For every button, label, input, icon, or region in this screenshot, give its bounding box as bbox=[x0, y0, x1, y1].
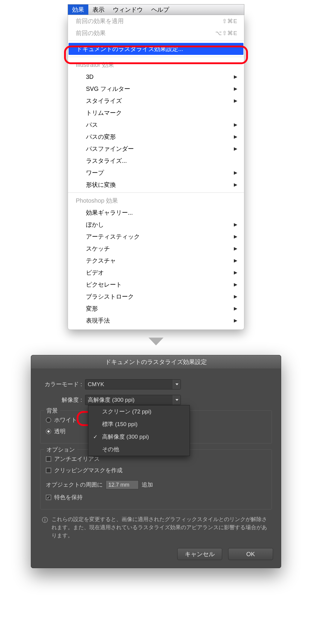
submenu-arrow-icon: ▶ bbox=[234, 246, 237, 251]
menu-item-label: スケッチ bbox=[86, 245, 231, 253]
effects-menu-body: 前回の効果を適用 ⇧⌘E 前回の効果 ⌥⇧⌘E ドキュメントのラスタライズ効果設… bbox=[68, 15, 244, 330]
menu-item-label: アーティスティック bbox=[86, 233, 231, 241]
menu-item[interactable]: アーティスティック▶ bbox=[68, 231, 244, 243]
separator bbox=[68, 41, 244, 41]
menu-item-label: ドキュメントのラスタライズ効果設定... bbox=[76, 45, 237, 53]
margin-label-post: 追加 bbox=[142, 481, 153, 489]
menu-item-label: パスファインダー bbox=[86, 145, 231, 153]
shortcut: ⇧⌘E bbox=[222, 18, 237, 25]
resolution-option-other[interactable]: その他 bbox=[88, 443, 190, 456]
submenu-arrow-icon: ▶ bbox=[234, 234, 237, 239]
ok-button[interactable]: OK bbox=[228, 548, 273, 560]
menu-item[interactable]: SVG フィルター▶ bbox=[68, 83, 244, 95]
submenu-arrow-icon: ▶ bbox=[234, 98, 237, 103]
submenu-arrow-icon: ▶ bbox=[234, 282, 237, 287]
menu-item-apply-last: 前回の効果を適用 ⇧⌘E bbox=[68, 15, 244, 27]
resolution-option-72[interactable]: スクリーン (72 ppi) bbox=[88, 405, 190, 418]
checkbox-icon bbox=[46, 468, 51, 473]
section-photoshop: Photoshop 効果 bbox=[68, 195, 244, 207]
effects-menu: 効果 表示 ウィンドウ ヘルプ 前回の効果を適用 ⇧⌘E 前回の効果 ⌥⇧⌘E … bbox=[68, 4, 244, 330]
submenu-arrow-icon: ▶ bbox=[234, 86, 237, 91]
menu-item[interactable]: スケッチ▶ bbox=[68, 243, 244, 255]
menu-item[interactable]: ピクセレート▶ bbox=[68, 279, 244, 291]
dropdown-caret-icon bbox=[173, 395, 181, 405]
submenu-arrow-icon: ▶ bbox=[234, 258, 237, 263]
menu-item-label: ブラシストローク bbox=[86, 293, 231, 301]
section-illustrator: Illustrator 効果 bbox=[68, 59, 244, 71]
submenu-arrow-icon: ▶ bbox=[234, 146, 237, 151]
resolution-option-150[interactable]: 標準 (150 ppi) bbox=[88, 418, 190, 431]
field-margin: オブジェクトの周囲に 追加 bbox=[46, 480, 153, 489]
svg-marker-0 bbox=[149, 338, 163, 345]
color-mode-value: CMYK bbox=[88, 381, 104, 388]
menu-item[interactable]: パスの変形▶ bbox=[68, 131, 244, 143]
color-mode-select[interactable]: CMYK bbox=[85, 379, 181, 389]
radio-label: 透明 bbox=[54, 428, 66, 435]
menu-item-label: ラスタライズ... bbox=[86, 157, 237, 165]
menu-item[interactable]: スタイライズ▶ bbox=[68, 95, 244, 107]
down-arrow-icon bbox=[149, 338, 163, 347]
margin-input[interactable] bbox=[106, 480, 139, 489]
shortcut: ⌥⇧⌘E bbox=[215, 30, 237, 37]
resolution-label: 解像度 : bbox=[40, 396, 85, 404]
menu-item[interactable]: トリムマーク bbox=[68, 107, 244, 119]
menubar-item-help[interactable]: ヘルプ bbox=[147, 4, 173, 15]
checkbox-label: クリッピングマスクを作成 bbox=[54, 467, 122, 474]
checkbox-icon bbox=[46, 456, 51, 462]
check-preserve-spot[interactable]: ✓ 特色を保持 bbox=[46, 493, 266, 501]
checkbox-label: 特色を保持 bbox=[54, 493, 83, 501]
menu-item[interactable]: 3D▶ bbox=[68, 71, 244, 83]
menu-item[interactable]: 形状に変換▶ bbox=[68, 179, 244, 191]
menu-item[interactable]: テクスチャ▶ bbox=[68, 255, 244, 267]
menu-item[interactable]: パスファインダー▶ bbox=[68, 143, 244, 155]
menubar-item-view[interactable]: 表示 bbox=[88, 4, 109, 15]
menu-item[interactable]: パス▶ bbox=[68, 119, 244, 131]
resolution-select[interactable]: 高解像度 (300 ppi) bbox=[85, 395, 181, 405]
menu-item[interactable]: ビデオ▶ bbox=[68, 267, 244, 279]
menu-item-label: テクスチャ bbox=[86, 257, 231, 265]
menu-item-label: 3D bbox=[86, 73, 231, 80]
resolution-value: 高解像度 (300 ppi) bbox=[88, 396, 134, 404]
color-mode-label: カラーモード : bbox=[40, 380, 85, 388]
info-icon: ⓘ bbox=[42, 515, 48, 540]
menu-item-last-effect: 前回の効果 ⌥⇧⌘E bbox=[68, 27, 244, 39]
menu-item-label: ぼかし bbox=[86, 221, 231, 229]
check-clipping-mask[interactable]: クリッピングマスクを作成 bbox=[46, 467, 266, 474]
menubar-item-window[interactable]: ウィンドウ bbox=[109, 4, 147, 15]
radio-icon bbox=[46, 417, 51, 423]
menu-item-label: 変形 bbox=[86, 305, 231, 313]
menu-item-label: ワープ bbox=[86, 169, 231, 177]
menu-item-label: 形状に変換 bbox=[86, 181, 231, 189]
menu-item[interactable]: ワープ▶ bbox=[68, 167, 244, 179]
menu-item[interactable]: ブラシストローク▶ bbox=[68, 291, 244, 303]
check-antialias[interactable]: アンチエイリアス bbox=[46, 455, 266, 463]
menu-item[interactable]: 効果ギャラリー... bbox=[68, 207, 244, 219]
radio-label: ホワイト bbox=[54, 416, 77, 424]
submenu-arrow-icon: ▶ bbox=[234, 318, 237, 323]
margin-label-pre: オブジェクトの周囲に bbox=[46, 481, 103, 489]
background-label: 背景 bbox=[44, 407, 60, 415]
field-resolution: 解像度 : 高解像度 (300 ppi) スクリーン (72 ppi) 標準 (… bbox=[40, 395, 272, 405]
resolution-option-300[interactable]: 高解像度 (300 ppi) bbox=[88, 431, 190, 443]
cancel-button[interactable]: キャンセル bbox=[177, 548, 222, 560]
menu-item[interactable]: ラスタライズ... bbox=[68, 155, 244, 167]
menubar: 効果 表示 ウィンドウ ヘルプ bbox=[68, 4, 244, 15]
menu-item-rasterize-settings[interactable]: ドキュメントのラスタライズ効果設定... bbox=[69, 43, 243, 55]
menu-item[interactable]: 変形▶ bbox=[68, 303, 244, 315]
info-note: ⓘ これらの設定を変更すると、画像に適用されたグラフィックスタイルとのリンクが解… bbox=[40, 509, 272, 542]
menu-item-label: スタイライズ bbox=[86, 97, 231, 105]
menu-item-label: 効果ギャラリー... bbox=[86, 209, 237, 217]
menu-item[interactable]: 表現手法▶ bbox=[68, 315, 244, 326]
submenu-arrow-icon: ▶ bbox=[234, 222, 237, 227]
menu-item-label: 前回の効果 bbox=[76, 29, 215, 37]
submenu-arrow-icon: ▶ bbox=[234, 74, 237, 79]
menu-item-label: SVG フィルター bbox=[86, 85, 231, 93]
menu-item-label: 前回の効果を適用 bbox=[76, 17, 222, 25]
menu-item[interactable]: ぼかし▶ bbox=[68, 219, 244, 231]
menu-item-label: トリムマーク bbox=[86, 109, 237, 117]
options-label: オプション bbox=[44, 446, 77, 454]
menubar-item-effects[interactable]: 効果 bbox=[68, 4, 88, 15]
field-color-mode: カラーモード : CMYK bbox=[40, 379, 272, 389]
separator bbox=[68, 57, 244, 57]
submenu-arrow-icon: ▶ bbox=[234, 182, 237, 187]
